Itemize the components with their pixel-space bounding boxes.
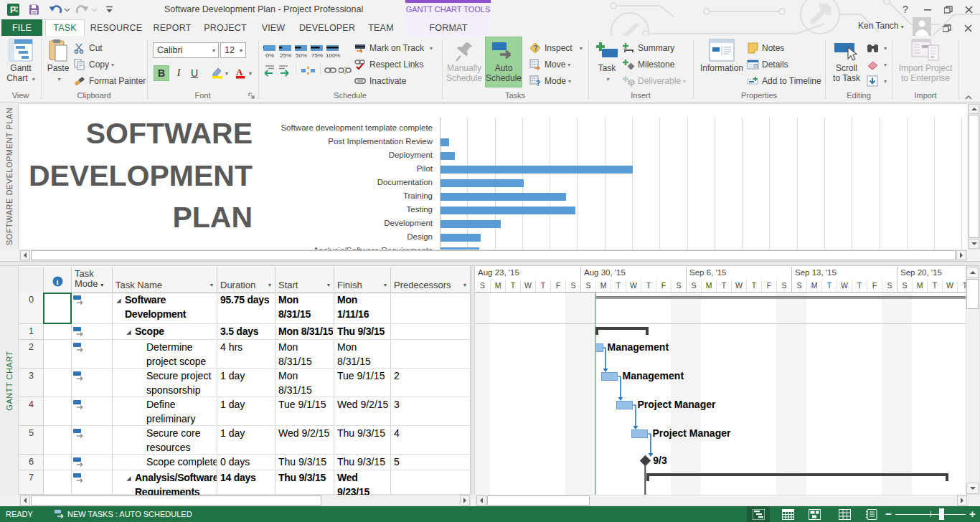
task-duration-cell[interactable]: 1 day [217, 397, 275, 426]
task-finish-cell[interactable]: Mon 8/31/15 [334, 340, 390, 369]
task-row-number[interactable]: 4 [19, 397, 44, 426]
zoom-in-button[interactable]: + [969, 508, 976, 520]
find-button[interactable]: ▾ [867, 40, 887, 56]
task-duration-cell[interactable]: 4 hrs [217, 340, 275, 369]
gantt-hscroll-thumb[interactable] [487, 495, 590, 506]
doc-restore-button[interactable] [943, 22, 951, 35]
task-bar[interactable] [631, 430, 648, 438]
app-icon[interactable]: P [6, 2, 20, 16]
insert-deliverable-button[interactable]: Deliverable▾ [623, 73, 686, 89]
view-shortcut-report[interactable] [859, 506, 882, 522]
active-cell-border[interactable] [43, 293, 72, 324]
task-name-cell[interactable]: Secure project sponsorship [137, 369, 217, 397]
font-color-button[interactable]: A▾ [233, 65, 255, 81]
manually-schedule-button[interactable]: Manually Schedule [445, 37, 484, 83]
task-start-cell[interactable]: Mon 8/31/15 [275, 340, 333, 369]
doc-close-button[interactable] [964, 22, 972, 35]
italic-button[interactable]: I [171, 65, 186, 81]
task-name-cell[interactable]: Define preliminary [137, 397, 217, 426]
tab-developer[interactable]: DEVELOPER [296, 19, 359, 36]
tab-team[interactable]: TEAM [360, 19, 402, 36]
column-header-predecessors[interactable]: Predecessors▾ [391, 267, 471, 293]
task-duration-cell[interactable]: 1 day [217, 369, 275, 397]
gantt-chart-view-button[interactable]: Gantt Chart ▾ [3, 37, 39, 84]
font-dialog-launcher[interactable] [248, 90, 255, 97]
column-header-duration[interactable]: Duration▾ [217, 267, 275, 293]
task-name-cell[interactable]: Determine project scope [137, 340, 217, 369]
task-finish-cell[interactable]: Thu 9/3/15 [334, 455, 390, 470]
task-name-cell[interactable]: Software Development [116, 293, 217, 324]
task-predecessors-cell[interactable] [391, 324, 471, 340]
scroll-to-task-button[interactable]: Scroll to Task [829, 37, 864, 83]
task-name-cell[interactable]: Scope complete [137, 455, 217, 470]
zoom-slider-thumb[interactable] [939, 508, 944, 520]
task-finish-cell[interactable]: Thu 9/3/15 [334, 426, 390, 455]
minimize-button[interactable] [918, 3, 938, 16]
task-finish-cell[interactable]: Wed 9/23/15 [334, 470, 390, 495]
task-row-number[interactable]: 1 [19, 324, 44, 340]
mark-on-track-button[interactable]: Mark on Track▾ [354, 40, 433, 56]
report-vscroll-up-arrow[interactable] [969, 104, 979, 114]
percent-complete-50-button[interactable]: 50% [294, 42, 308, 60]
link-tasks-button[interactable] [324, 62, 339, 78]
task-finish-cell[interactable]: Wed 9/2/15 [334, 397, 390, 426]
task-duration-cell[interactable]: 14 days [217, 470, 275, 495]
task-name-cell[interactable]: Scope [126, 324, 217, 340]
pane-splitter[interactable] [0, 261, 980, 266]
gantt-vscroll-up-arrow[interactable] [966, 267, 979, 278]
report-vscroll-down-arrow[interactable] [969, 239, 979, 249]
task-name-cell[interactable]: Analysis/Software Requirements [126, 470, 217, 495]
format-painter-button[interactable]: Format Painter [74, 73, 146, 89]
underline-button[interactable]: U [187, 65, 202, 81]
split-task-button[interactable] [301, 62, 319, 78]
task-start-cell[interactable]: Thu 9/3/15 [275, 470, 333, 495]
font-family-select[interactable]: Calibri▾ [153, 42, 219, 58]
paste-button[interactable]: Paste ▾ [44, 37, 72, 84]
task-name-cell[interactable]: Secure core resources [137, 426, 217, 455]
redo-button[interactable] [75, 2, 98, 16]
task-predecessors-cell[interactable]: 3 [391, 397, 471, 426]
task-predecessors-cell[interactable] [391, 340, 471, 369]
undo-button[interactable] [47, 2, 70, 16]
gantt-vscroll-down-arrow[interactable] [966, 483, 979, 494]
view-shortcut-resource-sheet[interactable] [833, 506, 856, 522]
inspect-button[interactable]: ? Inspect▾ [529, 40, 583, 56]
task-row-number[interactable]: 2 [19, 340, 44, 369]
task-predecessors-cell[interactable] [391, 293, 471, 324]
tab-resource[interactable]: RESOURCE [88, 19, 145, 36]
collapse-ribbon-button[interactable] [964, 90, 973, 103]
clear-button[interactable]: ▾ [867, 57, 887, 72]
report-hscroll-right-arrow[interactable] [956, 250, 966, 260]
view-shortcut-gantt[interactable] [747, 506, 770, 522]
report-hscroll-left-arrow[interactable] [20, 250, 30, 260]
task-start-cell[interactable]: Mon 8/31/15 [275, 324, 333, 340]
fill-down-button[interactable]: ▾ [867, 73, 887, 89]
task-details-button[interactable]: Details [747, 57, 788, 72]
view-shortcut-team-planner[interactable] [803, 506, 826, 522]
task-notes-button[interactable]: Notes [747, 40, 784, 56]
save-button[interactable] [27, 2, 40, 16]
qat-customize-button[interactable] [103, 2, 115, 16]
insert-task-button[interactable]: Task ▾ [593, 37, 621, 84]
task-start-cell[interactable]: Thu 9/3/15 [275, 455, 333, 470]
close-button[interactable] [958, 3, 979, 16]
task-start-cell[interactable]: Tue 9/1/15 [275, 397, 333, 426]
status-new-tasks[interactable]: NEW TASKS : AUTO SCHEDULED [67, 510, 192, 518]
column-header-finish[interactable]: Finish▾ [334, 267, 391, 293]
task-start-cell[interactable]: Wed 9/2/15 [275, 426, 333, 455]
report-vscroll-thumb[interactable] [969, 115, 979, 238]
tab-task[interactable]: TASK [45, 19, 85, 36]
insert-summary-button[interactable]: Summary [623, 40, 674, 56]
task-finish-cell[interactable]: Thu 9/3/15 [334, 324, 390, 340]
table-hscroll-right-arrow[interactable] [460, 495, 470, 506]
task-start-cell[interactable]: Mon 8/31/15 [275, 293, 333, 324]
task-predecessors-cell[interactable]: 2 [391, 369, 471, 397]
task-row-number[interactable]: 6 [19, 455, 44, 470]
task-information-button[interactable]: Information [698, 37, 745, 74]
task-row-number[interactable]: 7 [19, 470, 44, 495]
task-predecessors-cell[interactable]: 5 [391, 455, 471, 470]
tab-project[interactable]: PROJECT [199, 19, 251, 36]
inactivate-button[interactable]: Inactivate [354, 73, 406, 89]
task-bar[interactable] [616, 401, 633, 409]
column-header-task-name[interactable]: Task Name▾ [113, 267, 217, 293]
